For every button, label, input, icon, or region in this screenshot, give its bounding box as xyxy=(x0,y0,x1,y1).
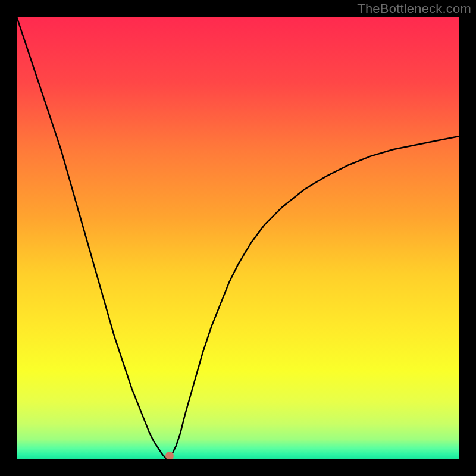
bottleneck-curve xyxy=(17,17,459,459)
selected-point-marker xyxy=(165,452,174,459)
plot-area xyxy=(17,17,459,459)
chart-frame: TheBottleneck.com xyxy=(0,0,476,476)
watermark-text: TheBottleneck.com xyxy=(357,1,471,17)
curve-path xyxy=(17,17,459,459)
